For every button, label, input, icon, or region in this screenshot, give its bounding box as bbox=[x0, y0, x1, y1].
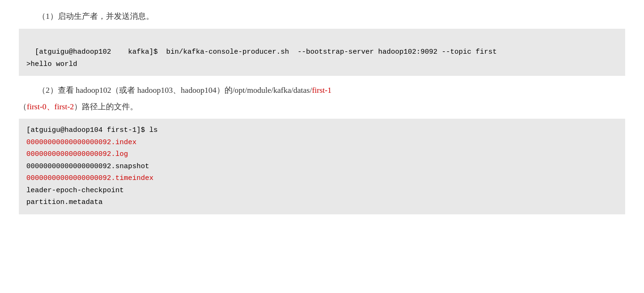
step2-title-line2-end: ）路径上的文件。 bbox=[74, 102, 138, 111]
step2-title-prefix: （2）查看 hadoop102（或者 hadoop103、hadoop104）的… bbox=[38, 86, 312, 95]
step2-title-line2-red: first-0、first-2 bbox=[27, 102, 74, 111]
step2-code-block: [atguigu@hadoop104 first-1]$ ls 00000000… bbox=[19, 119, 625, 214]
code2-prompt: [atguigu@hadoop104 first-1]$ ls bbox=[26, 126, 158, 134]
code2-line-3: 00000000000000000092.timeindex bbox=[26, 174, 153, 182]
step1-title: （1）启动生产者，并发送消息。 bbox=[38, 9, 625, 24]
step2-title-line2: （first-0、first-2）路径上的文件。 bbox=[19, 100, 625, 114]
code2-line-4: leader-epoch-checkpoint bbox=[26, 187, 124, 195]
step2-title-red: first-1 bbox=[312, 86, 332, 95]
code2-line-1: 00000000000000000092.log bbox=[26, 150, 128, 158]
step1-code-block: [atguigu@hadoop102 kafka]$ bin/kafka-con… bbox=[19, 29, 625, 76]
code2-line-2: 00000000000000000092.snapshot bbox=[26, 163, 149, 171]
step2-title-line2-prefix: （ bbox=[19, 102, 27, 111]
code2-line-0: 00000000000000000092.index bbox=[26, 138, 137, 146]
code2-line-5: partition.metadata bbox=[26, 198, 103, 206]
step2-title: （2）查看 hadoop102（或者 hadoop103、hadoop104）的… bbox=[38, 83, 625, 98]
